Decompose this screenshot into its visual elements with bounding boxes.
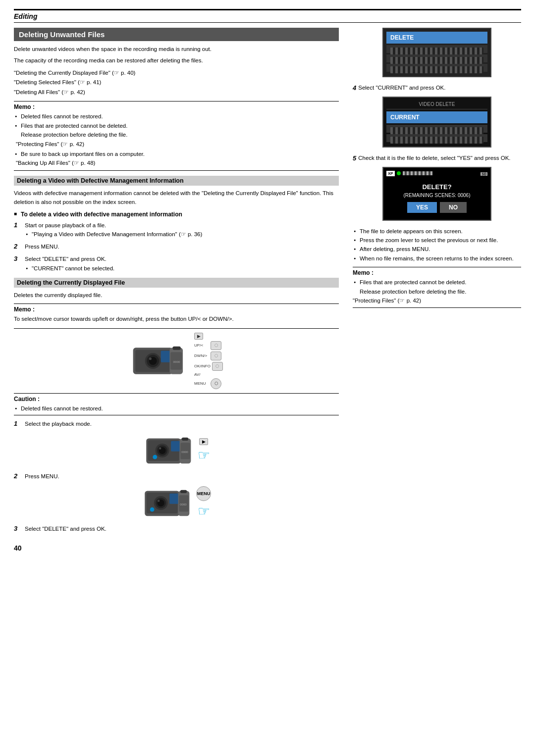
svg-text:0000: 0000 <box>173 360 180 363</box>
svg-rect-9 <box>173 347 181 350</box>
memo-box-1: Memo : Deleted files cannot be restored.… <box>14 101 339 171</box>
vd-px1 <box>386 125 487 133</box>
right-column: DELETE 4 Select "CURRENT" and press OK. <box>353 28 521 552</box>
play-icon: ▶ <box>194 333 203 340</box>
menu-item-px1 <box>386 45 487 53</box>
caution-box: Caution : Deleted files cannot be restor… <box>14 393 339 415</box>
confirm-sub: (REMAINING SCENES: 0006) <box>386 193 487 198</box>
ctrl-up-row: UP/< 〇 <box>194 341 221 350</box>
caution-title: Caution : <box>14 396 339 403</box>
memo-title-currently: Memo : <box>14 306 339 313</box>
confirm-question: DELETE? <box>386 183 487 191</box>
ctrl-menu-row: MENU 〇 <box>194 378 221 389</box>
currently-step-3-text: Select "DELETE" and press OK. <box>25 526 107 532</box>
camera-illustration-3: 0000 MENU ☞ <box>14 486 339 520</box>
currently-step-2: 2 Press MENU. <box>14 472 339 482</box>
down-button[interactable]: 〇 <box>211 352 221 360</box>
svg-rect-32 <box>180 490 187 493</box>
defective-step-1: 1 Start or pause playback of a file. "Pl… <box>14 221 339 239</box>
ok-button[interactable]: 〇 <box>212 362 223 371</box>
svg-point-22 <box>153 455 157 459</box>
confirm-buttons: YES NO <box>386 202 487 213</box>
yes-button[interactable]: YES <box>407 202 437 213</box>
camera-illustration-1: 0000 ▶ UP/< 〇 DWN/> 〇 <box>14 333 339 389</box>
av-label: AV/ <box>194 372 209 377</box>
vd-title: VIDEO DELETE <box>386 101 487 109</box>
defective-step-3: 3 Select "DELETE" and press OK. "CURRENT… <box>14 254 339 273</box>
xp-badge: XP <box>386 171 395 176</box>
right-step-4-text: Select "CURRENT" and press OK. <box>358 85 445 91</box>
left-column: Deleting Unwanted Files Delete unwanted … <box>14 28 339 552</box>
camera-svg-3: 0000 <box>142 486 191 520</box>
bullet-after-1: The file to delete appears on this scree… <box>353 227 521 236</box>
defective-body: Videos with defective management informa… <box>14 189 339 207</box>
ok-label: OK/INFO <box>194 364 211 368</box>
defective-step-2: 2 Press MENU. <box>14 242 339 252</box>
no-button[interactable]: NO <box>440 202 467 213</box>
memo-item-2: Files that are protected cannot be delet… <box>14 121 339 130</box>
pixel-mini-bar <box>403 171 432 175</box>
menu-ctrl-label: MENU <box>194 381 209 386</box>
svg-text:0000: 0000 <box>180 503 187 506</box>
page-number: 40 <box>14 544 339 552</box>
currently-body: Deletes the currently displayed file. <box>14 291 339 300</box>
up-label: UP/< <box>194 343 209 348</box>
bullet-heading-defective: To delete a video with defective managem… <box>14 211 339 218</box>
delete-confirm-screen: XP SD DELETE? (REMAINING SCENES: 0006) Y… <box>382 167 491 221</box>
svg-point-16 <box>159 448 161 450</box>
ctrl-down-row: DWN/> 〇 <box>194 352 221 360</box>
hand-cursor-1: ☞ <box>198 447 210 463</box>
svg-text:0000: 0000 <box>181 450 188 454</box>
menu-item-px2 <box>386 54 487 62</box>
svg-rect-20 <box>182 438 188 441</box>
defective-step-1-sub: "Playing a Video with Defective Manageme… <box>25 230 339 239</box>
rec-indicator <box>397 171 401 175</box>
vd-px2 <box>386 134 487 142</box>
caution-item: Deleted files cannot be restored. <box>14 404 339 413</box>
memo-link-backup: "Backing Up All Files" (☞ p. 48) <box>14 158 339 168</box>
memo-item-1: Deleted files cannot be restored. <box>14 112 339 121</box>
sdcard-icon: SD <box>481 172 487 176</box>
menu-controls: MENU ☞ <box>196 486 211 519</box>
vd-current: CURRENT <box>386 111 487 123</box>
intro-link3: "Deleting All Files" (☞ p. 42) <box>14 88 339 98</box>
currently-step-3: 3 Select "DELETE" and press OK. <box>14 524 339 534</box>
confirm-header-right: SD <box>481 171 487 176</box>
memo-right-link: "Protecting Files" (☞ p. 42) <box>353 296 521 306</box>
memo-item-3: Be sure to back up important files on a … <box>14 150 339 158</box>
video-delete-screen: VIDEO DELETE CURRENT <box>382 97 491 148</box>
playback-controls: ▶ ☞ <box>198 438 210 463</box>
ctrl-play-row: ▶ <box>194 333 203 340</box>
right-step-5: 5 Check that it is the file to delete, s… <box>353 153 521 164</box>
menu-screen-1: DELETE <box>382 28 491 77</box>
up-button[interactable]: 〇 <box>211 341 221 350</box>
down-label: DWN/> <box>194 353 209 358</box>
bullet-after-3: After deleting, press MENU. <box>353 245 521 253</box>
currently-section-heading: Deleting the Currently Displayed File <box>14 278 339 288</box>
play-icon-2: ▶ <box>199 438 208 445</box>
defective-step-3-text: Select "DELETE" and press OK. <box>25 256 107 262</box>
defective-step-2-text: Press MENU. <box>25 244 59 250</box>
ctrl-av-row: AV/ <box>194 372 209 377</box>
defective-step-1-text: Start or pause playback of a file. <box>25 222 106 228</box>
svg-point-34 <box>150 507 155 512</box>
confirm-body: DELETE? (REMAINING SCENES: 0006) YES NO <box>386 179 487 217</box>
currently-step-2-text: Press MENU. <box>25 473 59 479</box>
main-content: Deleting Unwanted Files Delete unwanted … <box>14 28 521 552</box>
menu-button[interactable]: 〇 <box>211 378 221 389</box>
camera-svg-1: 0000 <box>130 341 189 381</box>
top-header: Editing <box>14 9 521 23</box>
currently-step-1-text: Select the playback mode. <box>25 421 92 427</box>
memo-box-right-2: Memo : Files that are protected cannot b… <box>353 267 521 308</box>
memo-right-item-1: Files that are protected cannot be delet… <box>353 278 521 287</box>
right-step-5-text: Check that it is the file to delete, sel… <box>358 155 510 161</box>
svg-point-28 <box>158 500 160 502</box>
intro-link2: "Deleting Selected Files" (☞ p. 41) <box>14 78 339 88</box>
defective-step-3-sub: "CURRENT" cannot be selected. <box>25 264 339 273</box>
bullet-after-4: When no file remains, the screen returns… <box>353 254 521 263</box>
intro-line2: The capacity of the recording media can … <box>14 56 339 65</box>
memo-item-2b: Release protection before deleting the f… <box>14 130 339 140</box>
memo-link-protecting: "Protecting Files" (☞ p. 42) <box>14 140 339 150</box>
page-title: Deleting Unwanted Files <box>14 28 339 41</box>
memo-right-item-1b: Release protection before deleting the f… <box>353 287 521 296</box>
